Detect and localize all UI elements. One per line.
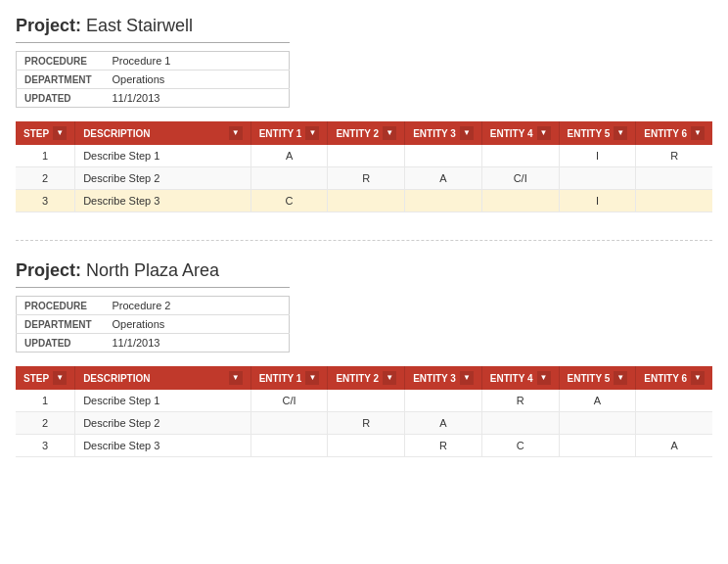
col-header-description[interactable]: DESCRIPTION▼ — [75, 366, 251, 390]
entity-1-cell: C — [250, 190, 328, 212]
col-header-entity-3[interactable]: ENTITY 3▼ — [405, 121, 482, 145]
dropdown-arrow-icon[interactable]: ▼ — [383, 371, 396, 385]
entity-2-cell — [328, 390, 405, 412]
dropdown-arrow-icon[interactable]: ▼ — [614, 371, 627, 385]
info-value: 11/1/2013 — [105, 89, 290, 108]
entity-6-cell: A — [636, 435, 712, 457]
info-value: 11/1/2013 — [105, 334, 290, 352]
entity-1-cell — [250, 435, 328, 457]
entity-6-cell — [636, 167, 712, 190]
col-header-entity-2[interactable]: ENTITY 2▼ — [328, 121, 405, 145]
description-cell: Describe Step 1 — [75, 145, 251, 167]
col-label: ENTITY 3 — [413, 128, 456, 139]
step-cell: 3 — [16, 435, 75, 457]
data-table: STEP▼DESCRIPTION▼ENTITY 1▼ENTITY 2▼ENTIT… — [16, 366, 712, 457]
entity-5-cell — [559, 435, 636, 457]
col-header-description[interactable]: DESCRIPTION▼ — [75, 121, 251, 145]
entity-3-cell — [405, 190, 482, 212]
dropdown-arrow-icon[interactable]: ▼ — [305, 371, 319, 385]
description-cell: Describe Step 2 — [75, 412, 251, 435]
entity-4-cell: C/I — [481, 167, 559, 190]
info-row: DEPARTMENT Operations — [17, 70, 290, 89]
entity-3-cell — [405, 145, 482, 167]
section-divider — [16, 240, 712, 241]
entity-1-cell: A — [250, 145, 328, 167]
col-label: ENTITY 5 — [568, 128, 611, 139]
dropdown-arrow-icon[interactable]: ▼ — [691, 371, 705, 385]
col-label: ENTITY 6 — [644, 373, 687, 384]
step-cell: 3 — [16, 190, 75, 212]
entity-5-cell — [559, 167, 636, 190]
entity-6-cell — [636, 190, 712, 212]
col-label: ENTITY 2 — [336, 128, 379, 139]
col-header-entity-6[interactable]: ENTITY 6▼ — [636, 121, 712, 145]
dropdown-arrow-icon[interactable]: ▼ — [229, 126, 243, 140]
info-label: PROCEDURE — [17, 52, 105, 70]
col-header-entity-3[interactable]: ENTITY 3▼ — [405, 366, 482, 390]
title-divider — [16, 42, 290, 43]
entity-5-cell: A — [559, 390, 636, 412]
col-label: STEP — [23, 128, 49, 139]
col-header-entity-5[interactable]: ENTITY 5▼ — [559, 366, 636, 390]
col-header-step[interactable]: STEP▼ — [16, 366, 75, 390]
dropdown-arrow-icon[interactable]: ▼ — [53, 126, 67, 140]
info-label: DEPARTMENT — [17, 315, 105, 334]
entity-5-cell: I — [559, 190, 636, 212]
col-header-entity-1[interactable]: ENTITY 1▼ — [250, 121, 328, 145]
entity-4-cell — [481, 412, 559, 435]
col-label: ENTITY 4 — [490, 128, 533, 139]
col-label: ENTITY 3 — [413, 373, 456, 384]
entity-4-cell: C — [481, 435, 559, 457]
entity-2-cell — [328, 190, 405, 212]
col-label: ENTITY 5 — [568, 373, 611, 384]
title-divider — [16, 287, 290, 288]
info-row: UPDATED 11/1/2013 — [17, 89, 290, 108]
col-header-entity-5[interactable]: ENTITY 5▼ — [559, 121, 636, 145]
col-label: DESCRIPTION — [83, 128, 150, 139]
step-cell: 2 — [16, 412, 75, 435]
col-header-entity-6[interactable]: ENTITY 6▼ — [636, 366, 712, 390]
dropdown-arrow-icon[interactable]: ▼ — [460, 371, 474, 385]
info-table: PROCEDURE Procedure 1 DEPARTMENT Operati… — [16, 51, 290, 108]
table-row: 1Describe Step 1C/IRA — [16, 390, 712, 412]
col-header-step[interactable]: STEP▼ — [16, 121, 75, 145]
step-cell: 1 — [16, 145, 75, 167]
dropdown-arrow-icon[interactable]: ▼ — [460, 126, 474, 140]
col-label: ENTITY 2 — [336, 373, 379, 384]
info-table: PROCEDURE Procedure 2 DEPARTMENT Operati… — [16, 296, 290, 352]
info-label: PROCEDURE — [17, 297, 105, 315]
dropdown-arrow-icon[interactable]: ▼ — [614, 126, 627, 140]
info-row: UPDATED 11/1/2013 — [17, 334, 290, 352]
dropdown-arrow-icon[interactable]: ▼ — [305, 126, 319, 140]
col-label: ENTITY 4 — [490, 373, 533, 384]
col-header-entity-1[interactable]: ENTITY 1▼ — [250, 366, 328, 390]
entity-1-cell — [250, 412, 328, 435]
description-cell: Describe Step 1 — [75, 390, 251, 412]
table-row: 3Describe Step 3RCA — [16, 435, 712, 457]
entity-1-cell: C/I — [250, 390, 328, 412]
col-label: ENTITY 1 — [259, 373, 302, 384]
entity-6-cell — [636, 412, 712, 435]
dropdown-arrow-icon[interactable]: ▼ — [537, 126, 551, 140]
dropdown-arrow-icon[interactable]: ▼ — [383, 126, 396, 140]
info-value: Procedure 1 — [105, 52, 290, 70]
col-label: STEP — [23, 373, 49, 384]
dropdown-arrow-icon[interactable]: ▼ — [691, 126, 705, 140]
col-header-entity-2[interactable]: ENTITY 2▼ — [328, 366, 405, 390]
step-cell: 1 — [16, 390, 75, 412]
project-title-label: Project: — [16, 16, 81, 35]
entity-5-cell: I — [559, 145, 636, 167]
entity-4-cell — [481, 190, 559, 212]
dropdown-arrow-icon[interactable]: ▼ — [229, 371, 243, 385]
entity-6-cell: R — [636, 145, 712, 167]
project-title: Project: East Stairwell — [16, 16, 712, 36]
table-row: 1Describe Step 1AIR — [16, 145, 712, 167]
dropdown-arrow-icon[interactable]: ▼ — [537, 371, 551, 385]
col-label: ENTITY 1 — [259, 128, 302, 139]
col-label: DESCRIPTION — [83, 373, 150, 384]
dropdown-arrow-icon[interactable]: ▼ — [53, 371, 67, 385]
col-header-entity-4[interactable]: ENTITY 4▼ — [481, 366, 559, 390]
data-table: STEP▼DESCRIPTION▼ENTITY 1▼ENTITY 2▼ENTIT… — [16, 121, 712, 212]
col-header-entity-4[interactable]: ENTITY 4▼ — [481, 121, 559, 145]
table-row: 3Describe Step 3CI — [16, 190, 712, 212]
